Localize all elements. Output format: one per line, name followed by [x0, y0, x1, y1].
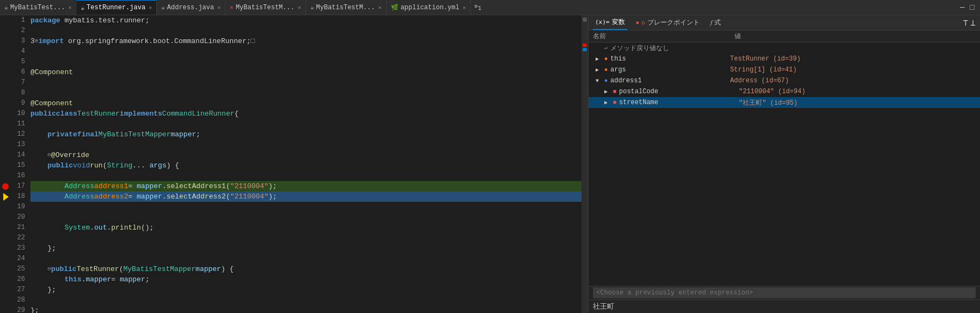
tab-mybatis1[interactable]: ☕ MyBatisTest... ✕	[0, 0, 76, 15]
code-line-15: public void run(String... args) {	[30, 160, 581, 171]
var-name-streetname: streetName	[619, 99, 739, 106]
breakpoint-17[interactable]	[2, 183, 9, 190]
gutter-29	[0, 305, 9, 313]
debug-tab-breakpoints[interactable]: ●o ブレークポイント	[634, 16, 702, 29]
gutter-3	[0, 36, 9, 46]
expand-address1[interactable]: ▼	[593, 78, 602, 84]
ln-16: 16	[9, 171, 25, 181]
var-value-address1: Address (id=67)	[730, 77, 980, 85]
code-line-5	[30, 57, 581, 67]
code-line-23: };	[30, 243, 581, 254]
code-line-10: public class TestRunner implements Comma…	[30, 109, 581, 119]
tab-close-mybatis2[interactable]: ✕	[298, 4, 301, 11]
tab-overflow[interactable]: »1	[471, 3, 485, 11]
var-row-args[interactable]: ▶ ● args String[1] (id=41)	[589, 64, 980, 75]
debug-tab-expressions[interactable]: 𝑓 式	[708, 16, 723, 29]
tab-label: application.yml	[401, 4, 460, 11]
gutter-5	[0, 57, 9, 67]
var-row-postalcode[interactable]: ▶ ■ postalCode "2110004" (id=94)	[589, 86, 980, 97]
ln-23: 23	[9, 243, 25, 254]
gutter-20	[0, 212, 9, 222]
var-value-args: String[1] (id=41)	[730, 66, 980, 74]
expand-args[interactable]: ▶	[593, 67, 602, 73]
address1-icon: ●	[602, 77, 610, 84]
gutter-23	[0, 243, 9, 254]
expand-this[interactable]: ▶	[593, 56, 602, 62]
code-line-19	[30, 202, 581, 212]
current-line-arrow	[3, 193, 9, 201]
tab-mybatis2[interactable]: ✕ MyBatisTestM... ✕	[225, 0, 306, 15]
var-row-streetname[interactable]: ▶ ■ streetName "社王町" (id=95)	[589, 97, 980, 108]
maximize-button[interactable]: □	[968, 2, 977, 13]
ln-7: 7	[9, 77, 25, 88]
var-name-address1: address1	[610, 77, 730, 85]
editor-gutter	[0, 15, 9, 313]
tab-mybatis3[interactable]: ☕ MyBatisTestM... ✕	[306, 0, 387, 15]
expression-input-wrapper	[589, 286, 980, 300]
tab-label: Address.java	[167, 4, 214, 11]
code-line-21: System.out.println();	[30, 222, 581, 233]
gutter-11	[0, 119, 9, 129]
breakpoint-circle-icon: o	[641, 20, 645, 26]
tab-close-testrunner[interactable]: ✕	[149, 4, 152, 11]
expand-postalcode[interactable]: ▶	[602, 88, 610, 95]
var-value-streetname: "社王町" (id=95)	[739, 98, 980, 107]
expression-input[interactable]	[593, 287, 976, 298]
code-line-26: this.mapper = mapper;	[30, 274, 581, 285]
debug-tab-expressions-label: 式	[714, 18, 721, 27]
var-row-this[interactable]: ▶ ● this TestRunner (id=39)	[589, 53, 980, 64]
column-value-header: 値	[734, 32, 976, 41]
tab-address[interactable]: ☕ Address.java ✕	[157, 0, 225, 15]
breakpoint-icon: ●	[636, 20, 640, 26]
return-icon: ↩	[602, 45, 610, 52]
args-icon: ●	[602, 67, 610, 73]
ln-9: 9	[9, 98, 25, 109]
code-line-29: };	[30, 305, 581, 313]
ln-27: 27	[9, 285, 25, 295]
ln-17: 17	[9, 181, 25, 191]
code-line-1: package mybatis.test.runner;	[30, 15, 581, 26]
code-line-24	[30, 254, 581, 264]
tab-close-address[interactable]: ✕	[217, 4, 220, 11]
var-value-postalcode: "2110004" (id=94)	[739, 88, 980, 95]
gutter-2	[0, 26, 9, 36]
gutter-25	[0, 264, 9, 274]
expand-all-button[interactable]: ⊥	[970, 17, 976, 28]
code-line-20	[30, 212, 581, 222]
variables-icon: (x)=	[595, 19, 610, 26]
expression-result: 社王町	[589, 300, 980, 313]
var-name-args: args	[610, 66, 730, 74]
ln-29: 29	[9, 305, 25, 313]
ln-14: 14	[9, 150, 25, 160]
tab-close-mybatis1[interactable]: ✕	[68, 4, 71, 11]
var-row-address1[interactable]: ▼ ● address1 Address (id=67)	[589, 75, 980, 86]
editor-scrollbar[interactable]	[581, 15, 588, 313]
tab-testrunner[interactable]: ☕ TestRunner.java ✕	[76, 0, 157, 15]
code-editor[interactable]: package mybatis.test.runner; 3⊕ import o…	[28, 15, 581, 313]
gutter-12	[0, 129, 9, 140]
gutter-19	[0, 202, 9, 212]
var-row-method-return[interactable]: ↩ メソッド戻り値なし	[589, 43, 980, 53]
tab-close-mybatis3[interactable]: ✕	[378, 4, 382, 11]
java-icon: ☕	[4, 4, 8, 11]
var-name-this: this	[610, 55, 730, 63]
tab-bar-actions: ─ □	[958, 2, 980, 13]
gutter-27	[0, 285, 9, 295]
tab-label: MyBatisTest...	[10, 4, 65, 11]
ln-24: 24	[9, 254, 25, 264]
collapse-all-button[interactable]: ⊤	[963, 17, 969, 28]
java-icon-5: ☕	[310, 4, 314, 11]
gutter-24	[0, 254, 9, 264]
tab-appyml[interactable]: 🌿 application.yml ✕	[387, 0, 471, 15]
ln-15: 15	[9, 160, 25, 171]
code-line-17: Address address1 = mapper.selectAddress1…	[30, 181, 581, 191]
minimize-button[interactable]: ─	[958, 2, 966, 13]
debug-tab-variables[interactable]: (x)= 変数	[593, 15, 627, 30]
tab-close-appyml[interactable]: ✕	[463, 4, 466, 11]
gutter-18	[0, 191, 9, 202]
ln-20: 20	[9, 212, 25, 222]
code-line-14: ⊖ @Override	[30, 150, 581, 160]
gutter-13	[0, 140, 9, 150]
expand-streetname[interactable]: ▶	[602, 99, 610, 106]
gutter-4	[0, 46, 9, 57]
